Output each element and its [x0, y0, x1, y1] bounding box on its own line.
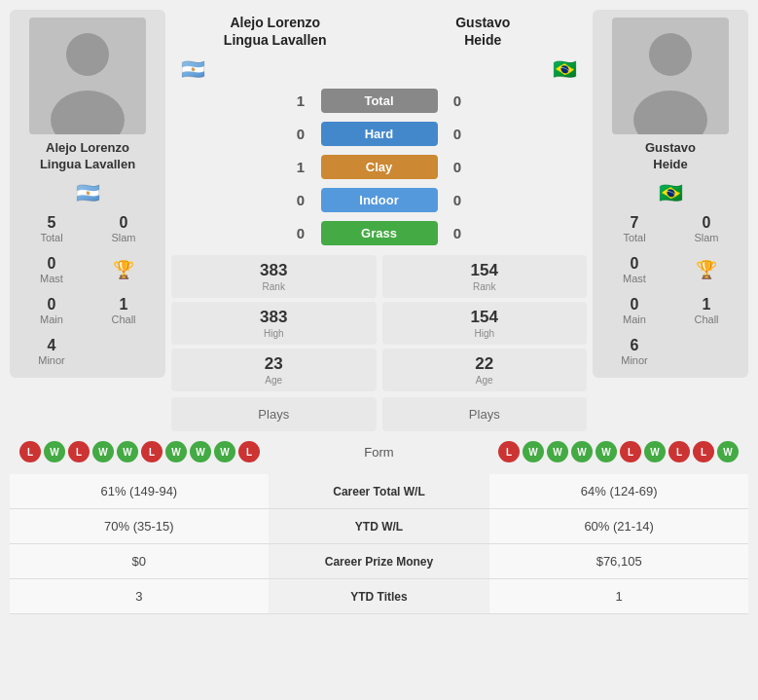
right-player-avatar	[612, 18, 729, 134]
left-mast-value: 0	[19, 255, 84, 273]
clay-surface-btn[interactable]: Clay	[321, 155, 438, 179]
trophy-icon-cell: 🏆	[90, 251, 158, 288]
center-names-row: Alejo Lorenzo Lingua Lavallen Gustavo He…	[171, 10, 587, 53]
right-rank-box: 154 Rank	[382, 255, 588, 298]
stat-right-value: 60% (21-14)	[489, 509, 748, 544]
right-minor-label: Minor	[602, 354, 667, 366]
left-plays-label: Plays	[258, 407, 289, 422]
left-slam-cell: 0 Slam	[90, 210, 158, 247]
grass-surface-btn[interactable]: Grass	[321, 221, 438, 245]
right-trophy-icon-cell: 🏆	[672, 251, 740, 288]
left-hard-score: 0	[289, 126, 313, 142]
left-chall-label: Chall	[91, 313, 156, 325]
right-chall-label: Chall	[674, 313, 739, 325]
left-main-label: Main	[19, 313, 84, 325]
right-mast-cell: 0 Mast	[600, 251, 668, 288]
right-player-card: Gustavo Heide 🇧🇷 7 Total 0 Slam	[593, 10, 748, 378]
stat-right-value: 64% (124-69)	[489, 474, 748, 509]
form-badge-l: L	[498, 441, 520, 462]
left-chall-cell: 1 Chall	[90, 292, 158, 329]
form-badge-w: W	[596, 441, 617, 462]
right-rank-value: 154	[386, 261, 584, 280]
right-slam-cell: 0 Slam	[672, 210, 740, 247]
main-container: Alejo Lorenzo Lingua Lavallen 🇦🇷 5 Total…	[0, 0, 758, 624]
right-flag: 🇧🇷	[553, 57, 577, 81]
left-high-box-row: 383 High	[171, 302, 377, 345]
svg-point-4	[649, 33, 692, 76]
left-total-label: Total	[19, 232, 84, 243]
right-clay-score: 0	[446, 159, 470, 175]
right-trophy-icon: 🏆	[696, 259, 717, 280]
right-main-cell: 0 Main	[600, 292, 668, 329]
left-stats-grid: 5 Total 0 Slam 0 Mast 🏆 0	[18, 210, 158, 370]
surface-clay-row: 1 Clay 0	[171, 152, 587, 182]
right-high-box-row: 154 High	[382, 302, 588, 345]
right-age-box: 22 Age	[382, 349, 588, 391]
form-badge-w: W	[214, 441, 235, 462]
right-player-name: Gustavo Heide	[600, 140, 740, 173]
form-badge-w: W	[571, 441, 593, 462]
right-slam-label: Slam	[674, 232, 739, 243]
left-player-column: Alejo Lorenzo Lingua Lavallen 🇦🇷 5 Total…	[10, 10, 165, 431]
left-main-value: 0	[19, 296, 84, 313]
form-badge-l: L	[620, 441, 641, 462]
right-player-flag: 🇧🇷	[600, 181, 740, 204]
right-minor-cell: 6 Minor	[600, 333, 668, 370]
left-high-box: 383 High	[171, 302, 377, 345]
left-player-avatar	[29, 18, 146, 134]
stat-label: YTD Titles	[269, 579, 490, 614]
right-high-box: 154 High	[382, 302, 588, 345]
right-high-label: High	[386, 328, 584, 339]
right-main-label: Main	[602, 313, 667, 325]
form-badge-w: W	[717, 441, 739, 462]
stat-label: Career Prize Money	[269, 544, 490, 579]
right-age-value: 22	[386, 354, 584, 374]
form-badge-w: W	[165, 441, 187, 462]
indoor-surface-btn[interactable]: Indoor	[321, 188, 438, 212]
left-minor-value: 4	[19, 337, 84, 354]
stat-label: YTD W/L	[269, 509, 490, 544]
surface-hard-row: 0 Hard 0	[171, 119, 587, 149]
hard-surface-btn[interactable]: Hard	[321, 122, 438, 146]
right-form-badges: LWWWWLWLLW	[415, 441, 740, 462]
form-badge-w: W	[117, 441, 138, 462]
stats-table-row: 70% (35-15)YTD W/L60% (21-14)	[10, 509, 748, 544]
left-mast-cell: 0 Mast	[18, 251, 86, 288]
right-high-value: 154	[386, 308, 584, 327]
form-badge-l: L	[238, 441, 260, 462]
stats-table-row: 61% (149-94)Career Total W/L64% (124-69)	[10, 474, 748, 509]
right-mast-label: Mast	[602, 273, 667, 284]
right-total-value: 7	[602, 214, 667, 232]
form-badge-w: W	[523, 441, 544, 462]
right-chall-value: 1	[674, 296, 739, 313]
right-stats-grid: 7 Total 0 Slam 0 Mast 🏆 0	[600, 210, 740, 370]
left-clay-score: 1	[289, 159, 313, 175]
surface-indoor-row: 0 Indoor 0	[171, 185, 587, 215]
form-badge-w: W	[92, 441, 114, 462]
surface-rows: 1 Total 0 0 Hard 0 1 Clay 0 0	[171, 86, 587, 248]
right-plays-box: Plays	[382, 397, 588, 431]
stat-right-value: $76,105	[489, 544, 748, 579]
left-minor-cell: 4 Minor	[18, 333, 86, 370]
bottom-section: LWLWWLWWWL Form LWWWWLWLLW 61% (149-94)C…	[0, 433, 758, 624]
left-flag: 🇦🇷	[181, 57, 205, 81]
right-total-label: Total	[602, 232, 667, 243]
left-high-value: 383	[175, 308, 373, 327]
right-main-value: 0	[602, 296, 667, 313]
surface-grass-row: 0 Grass 0	[171, 218, 587, 248]
left-total-score: 1	[289, 92, 313, 109]
right-mast-value: 0	[602, 255, 667, 273]
left-mast-label: Mast	[19, 273, 84, 284]
form-badge-l: L	[141, 441, 162, 462]
center-right-name: Gustavo Heide	[379, 14, 588, 49]
left-age-label: Age	[175, 375, 373, 386]
form-label: Form	[350, 445, 409, 460]
left-age-box-row: 23 Age	[171, 349, 377, 391]
right-player-column: Gustavo Heide 🇧🇷 7 Total 0 Slam	[593, 10, 748, 431]
left-grass-score: 0	[289, 225, 313, 241]
left-high-label: High	[175, 328, 373, 339]
left-plays-box: Plays	[171, 397, 377, 431]
total-surface-btn[interactable]: Total	[321, 89, 438, 113]
stats-table-row: $0Career Prize Money$76,105	[10, 544, 748, 579]
right-chall-cell: 1 Chall	[672, 292, 740, 329]
